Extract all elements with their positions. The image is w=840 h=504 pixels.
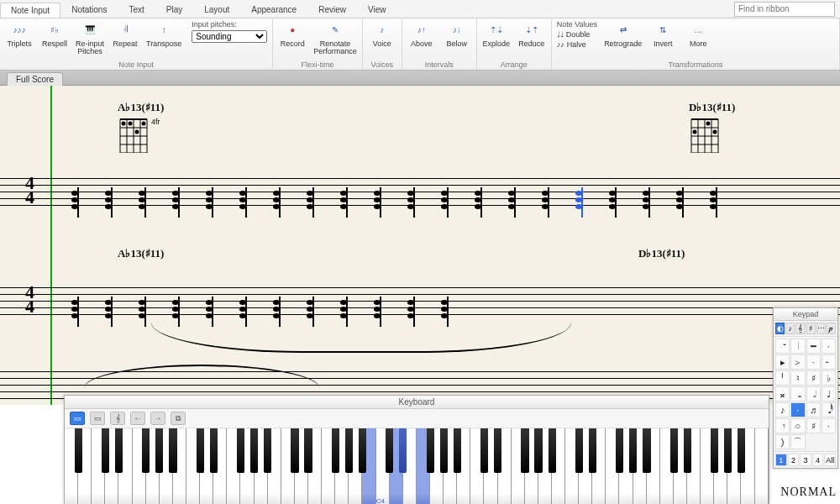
keyboard-staff-view[interactable]: 𝄞 bbox=[110, 412, 125, 425]
note[interactable] bbox=[403, 182, 418, 224]
note[interactable] bbox=[67, 182, 82, 224]
more-button[interactable]: … More bbox=[684, 20, 712, 48]
chord-symbol-db-2[interactable]: D♭13(♯11) bbox=[638, 247, 685, 260]
record-button[interactable]: ● Record bbox=[278, 20, 307, 48]
keypad-cell[interactable]: · bbox=[806, 354, 821, 370]
white-key[interactable] bbox=[417, 428, 430, 504]
tab-notations[interactable]: Notations bbox=[60, 2, 118, 17]
note[interactable] bbox=[235, 182, 250, 224]
white-key[interactable] bbox=[118, 428, 132, 504]
keypad-cell[interactable]: 𝄪 bbox=[775, 386, 790, 402]
tab-text[interactable]: Text bbox=[118, 2, 155, 17]
white-key[interactable] bbox=[255, 428, 268, 504]
keypad-tab-2[interactable]: ♪ bbox=[785, 323, 795, 334]
white-key[interactable] bbox=[727, 428, 741, 504]
voice-button[interactable]: ♪ Voice bbox=[368, 20, 396, 48]
white-key[interactable] bbox=[741, 428, 754, 504]
white-key[interactable] bbox=[606, 428, 619, 504]
keypad-cell[interactable]: ⌒ bbox=[790, 434, 805, 449]
keyboard-prev[interactable]: ← bbox=[130, 412, 145, 425]
halve-button[interactable]: Halve bbox=[567, 40, 586, 49]
chord-symbol-db[interactable]: D♭13(♯11) bbox=[689, 101, 735, 114]
keypad-cell[interactable]: 𝄾 bbox=[775, 418, 790, 433]
keypad-cell[interactable]: · bbox=[822, 339, 836, 354]
white-key[interactable] bbox=[619, 428, 633, 504]
respell-button[interactable]: ♯♭ Respell bbox=[40, 20, 69, 48]
keypad-page-3[interactable]: 3 bbox=[800, 454, 811, 466]
ribbon-search-input[interactable] bbox=[734, 2, 835, 17]
keypad-cell[interactable]: ♯ bbox=[806, 418, 821, 433]
note[interactable] bbox=[134, 291, 150, 333]
explode-button[interactable]: ⇡⇣ Explode bbox=[482, 20, 511, 48]
tab-review[interactable]: Review bbox=[307, 2, 357, 17]
chord-symbol-ab[interactable]: A♭13(♯11) bbox=[118, 101, 164, 114]
white-key[interactable] bbox=[335, 428, 349, 504]
white-key[interactable] bbox=[281, 428, 295, 504]
keyboard-panel[interactable]: Keyboard ▭ ▭ 𝄞 ← → ⧉ C4 bbox=[64, 395, 769, 504]
note[interactable] bbox=[202, 182, 217, 224]
note[interactable] bbox=[672, 182, 687, 224]
document-tab[interactable]: Full Score bbox=[7, 72, 63, 86]
tab-appearance[interactable]: Appearance bbox=[240, 2, 307, 17]
white-key[interactable] bbox=[105, 428, 118, 504]
white-key[interactable] bbox=[146, 428, 160, 504]
keypad-cell[interactable]: ♯ bbox=[806, 370, 821, 386]
white-key[interactable] bbox=[430, 428, 444, 504]
keypad-cell[interactable]: 𝄻 bbox=[775, 339, 790, 354]
white-key[interactable] bbox=[525, 428, 538, 504]
keypad-cell[interactable]: 𝅝 bbox=[790, 386, 805, 402]
white-key[interactable] bbox=[160, 428, 173, 504]
reinput-pitches-button[interactable]: 🎹 Re-input Pitches bbox=[76, 20, 104, 56]
keypad-tab-6[interactable]: 𝆏 bbox=[827, 323, 836, 334]
white-key[interactable] bbox=[295, 428, 308, 504]
white-key[interactable] bbox=[227, 428, 240, 504]
tab-layout[interactable]: Layout bbox=[193, 2, 240, 17]
tab-play[interactable]: Play bbox=[155, 2, 193, 17]
repeat-button[interactable]: 𝄇 Repeat bbox=[111, 20, 139, 48]
white-key[interactable] bbox=[660, 428, 674, 504]
note[interactable] bbox=[706, 182, 721, 224]
keypad-cell[interactable]: ) bbox=[775, 434, 790, 449]
white-key[interactable] bbox=[78, 428, 92, 504]
white-key[interactable] bbox=[92, 428, 105, 504]
renotate-button[interactable]: ✎ Renotate Performance bbox=[313, 20, 357, 56]
keypad-cell[interactable]: ＞ bbox=[790, 354, 805, 370]
white-key[interactable] bbox=[565, 428, 579, 504]
white-key[interactable] bbox=[552, 428, 565, 504]
white-key[interactable] bbox=[133, 428, 146, 504]
score-canvas[interactable]: A♭13(♯11) D♭13(♯11) A♭13(♯11) D♭13(♯11) … bbox=[0, 86, 840, 405]
keypad-cell[interactable]: ♩ bbox=[822, 386, 836, 402]
white-key[interactable] bbox=[186, 428, 200, 504]
white-key[interactable] bbox=[376, 428, 390, 504]
note[interactable] bbox=[370, 182, 385, 224]
keypad-tab-1[interactable]: ◐ bbox=[775, 323, 785, 334]
piano-keyboard[interactable]: C4 bbox=[65, 428, 769, 504]
note[interactable] bbox=[101, 291, 116, 333]
keypad-cell[interactable]: ♬ bbox=[806, 402, 821, 417]
white-key[interactable] bbox=[647, 428, 660, 504]
invert-button[interactable]: ⇅ Invert bbox=[648, 20, 677, 48]
white-key[interactable] bbox=[538, 428, 552, 504]
note[interactable] bbox=[538, 182, 553, 224]
note[interactable] bbox=[571, 182, 586, 224]
white-key[interactable] bbox=[65, 428, 78, 504]
note[interactable] bbox=[605, 182, 620, 224]
white-key[interactable] bbox=[173, 428, 186, 504]
white-key[interactable] bbox=[498, 428, 512, 504]
note[interactable] bbox=[302, 182, 318, 224]
note[interactable] bbox=[504, 182, 519, 224]
keypad-cell[interactable]: ○ bbox=[790, 418, 805, 433]
white-key[interactable] bbox=[403, 428, 417, 504]
white-key[interactable] bbox=[592, 428, 606, 504]
tab-view[interactable]: View bbox=[357, 2, 397, 17]
transpose-button[interactable]: ↕ Transpose bbox=[146, 20, 181, 48]
white-key[interactable] bbox=[714, 428, 727, 504]
reduce-button[interactable]: ⇣⇡ Reduce bbox=[517, 20, 546, 48]
input-pitches-select[interactable]: Sounding bbox=[192, 30, 267, 43]
double-button[interactable]: Double bbox=[566, 30, 591, 39]
note[interactable] bbox=[437, 182, 452, 224]
white-key[interactable] bbox=[484, 428, 497, 504]
keypad-tab-4[interactable]: ♯ bbox=[806, 323, 816, 334]
white-key[interactable] bbox=[687, 428, 701, 504]
chord-symbol-ab-2[interactable]: A♭13(♯11) bbox=[118, 247, 164, 260]
